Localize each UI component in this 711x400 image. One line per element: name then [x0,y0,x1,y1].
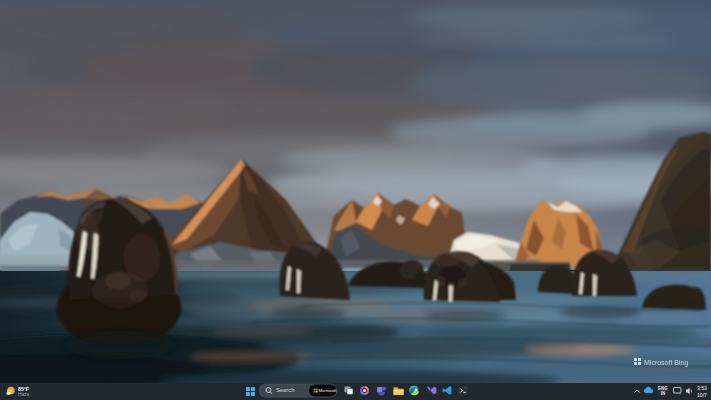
svg-text:3:53: 3:53 [697,385,707,391]
svg-text:Microsoft: Microsoft [319,388,338,393]
svg-text:IN: IN [661,391,666,396]
svg-text:Search: Search [276,387,294,393]
svg-text:Haze: Haze [18,392,30,397]
svg-text:85°F: 85°F [18,386,29,392]
svg-text:10/7: 10/7 [697,392,707,398]
svg-text:Microsoft Bing: Microsoft Bing [644,359,688,367]
